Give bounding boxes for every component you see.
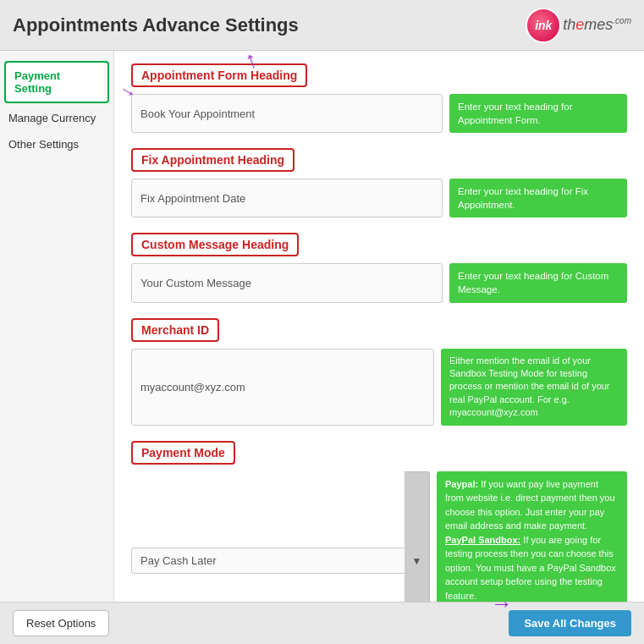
arrow-save-icon: →	[491, 591, 513, 617]
field-row-fix-appointment: Enter your text heading for Fix Appointm…	[131, 179, 627, 217]
sidebar: Payment Setting Manage Currency Other Se…	[0, 51, 114, 602]
reset-button[interactable]: Reset Options	[13, 610, 109, 636]
section-custom-message-heading: Custom Message Heading Enter your text h…	[131, 233, 627, 302]
label-appointment-form-heading: Appointment Form Heading	[131, 63, 307, 87]
hint-fix-appointment: Enter your text heading for Fix Appointm…	[449, 179, 627, 217]
field-row-custom-message: Enter your text heading for Custom Messa…	[131, 263, 627, 302]
sidebar-item-payment-setting[interactable]: Payment Setting	[4, 61, 109, 103]
label-merchant-id: Merchant ID	[131, 318, 219, 342]
footer: Reset Options Save All Changes	[0, 602, 644, 644]
label-fix-appointment-heading: Fix Appointment Heading	[131, 148, 294, 172]
header: Appointments Advance Settings ink themes…	[0, 0, 644, 51]
select-arrow-icon: ▼	[405, 471, 430, 602]
label-payment-mode: Payment Mode	[131, 441, 235, 465]
field-row-appointment-form: Enter your text heading for Appointment …	[131, 94, 627, 133]
hint-custom-message: Enter your text heading for Custom Messa…	[449, 263, 627, 302]
hint-merchant-id: Either mention the email id of your Sand…	[441, 349, 627, 426]
logo-text: themes.com	[563, 16, 631, 34]
select-wrapper-payment-mode: Paypal PayPal Sandbox Pay Cash Later ▼	[131, 471, 430, 602]
input-appointment-form-heading[interactable]	[131, 94, 443, 133]
section-merchant-id: Merchant ID Either mention the email id …	[131, 318, 627, 426]
section-appointment-form-heading: Appointment Form Heading Enter your text…	[131, 63, 627, 133]
logo: ink themes.com	[526, 8, 631, 43]
hint-appointment-form: Enter your text heading for Appointment …	[449, 94, 627, 133]
hint-payment-mode: Paypal: If you want pay live payment fro…	[437, 471, 627, 602]
sidebar-item-manage-currency[interactable]: Manage Currency	[0, 105, 113, 131]
logo-icon: ink	[526, 8, 561, 43]
section-payment-mode: Payment Mode Paypal PayPal Sandbox Pay C…	[131, 441, 627, 602]
sidebar-item-other-settings[interactable]: Other Settings	[0, 131, 113, 157]
section-fix-appointment-heading: Fix Appointment Heading Enter your text …	[131, 148, 627, 217]
save-button[interactable]: Save All Changes	[509, 610, 631, 636]
field-row-payment-mode: Paypal PayPal Sandbox Pay Cash Later ▼ P…	[131, 471, 627, 602]
select-payment-mode[interactable]: Paypal PayPal Sandbox Pay Cash Later	[131, 548, 430, 574]
field-row-merchant-id: Either mention the email id of your Sand…	[131, 349, 627, 426]
input-custom-message-heading[interactable]	[131, 263, 443, 302]
input-merchant-id[interactable]	[131, 349, 434, 426]
content-area: Appointment Form Heading Enter your text…	[114, 51, 644, 602]
main-layout: Payment Setting Manage Currency Other Se…	[0, 51, 644, 602]
label-custom-message-heading: Custom Message Heading	[131, 233, 299, 256]
input-fix-appointment-heading[interactable]	[131, 179, 443, 217]
page-title: Appointments Advance Settings	[13, 14, 299, 36]
